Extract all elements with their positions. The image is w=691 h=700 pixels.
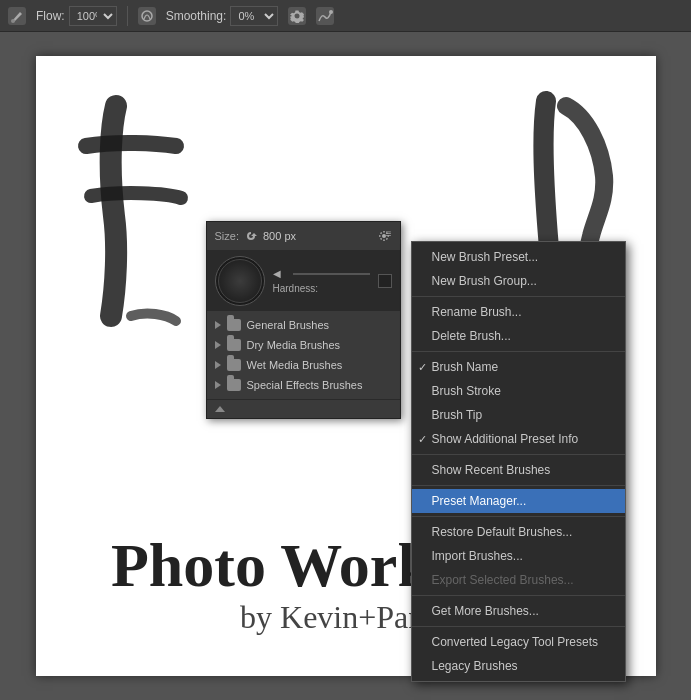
menu-item-label: Import Brushes... — [432, 549, 523, 563]
menu-export-brushes: Export Selected Brushes... — [412, 568, 625, 592]
menu-get-more[interactable]: Get More Brushes... — [412, 599, 625, 623]
flow-select[interactable]: 100% — [69, 6, 117, 26]
folder-icon-2 — [227, 339, 241, 351]
folder-icon — [227, 319, 241, 331]
brush-preview-area: ◀ Hardness: — [207, 251, 400, 311]
menu-item-label: Show Recent Brushes — [432, 463, 551, 477]
brush-inner-circle — [218, 259, 262, 303]
menu-show-recent[interactable]: Show Recent Brushes — [412, 458, 625, 482]
menu-legacy-brushes[interactable]: Legacy Brushes — [412, 654, 625, 678]
brush-group-general[interactable]: General Brushes — [207, 315, 400, 335]
hardness-label: Hardness: — [273, 283, 370, 294]
brush-tool-icon[interactable] — [8, 7, 26, 25]
separator-7 — [412, 626, 625, 627]
panel-options-btn[interactable]: ≡ — [386, 228, 392, 239]
brush-list: General Brushes Dry Media Brushes Wet Me… — [207, 311, 400, 399]
folder-icon-3 — [227, 359, 241, 371]
brush-group-dry[interactable]: Dry Media Brushes — [207, 335, 400, 355]
menu-preset-manager[interactable]: Preset Manager... — [412, 489, 625, 513]
menu-item-label: Delete Brush... — [432, 329, 511, 343]
triangle-icon-2 — [215, 341, 221, 349]
menu-item-label: Restore Default Brushes... — [432, 525, 573, 539]
menu-item-label: New Brush Preset... — [432, 250, 539, 264]
separator-6 — [412, 595, 625, 596]
menu-new-brush-group[interactable]: New Brush Group... — [412, 269, 625, 293]
separator-5 — [412, 516, 625, 517]
folder-icon-4 — [227, 379, 241, 391]
menu-item-label: New Brush Group... — [432, 274, 537, 288]
separator-4 — [412, 485, 625, 486]
menu-item-label: Brush Tip — [432, 408, 483, 422]
menu-import-brushes[interactable]: Import Brushes... — [412, 544, 625, 568]
menu-brush-name[interactable]: ✓ Brush Name — [412, 355, 625, 379]
triangle-icon-4 — [215, 381, 221, 389]
triangle-icon — [215, 321, 221, 329]
smoothing-control: Smoothing: 0% — [166, 6, 279, 26]
scroll-up-icon[interactable] — [215, 406, 225, 412]
svg-point-1 — [142, 11, 152, 21]
brush-panel-bottom — [207, 399, 400, 418]
menu-brush-stroke[interactable]: Brush Stroke — [412, 379, 625, 403]
separator-1 — [412, 296, 625, 297]
smoothing-select[interactable]: 0% — [230, 6, 278, 26]
menu-brush-tip[interactable]: Brush Tip — [412, 403, 625, 427]
panel-icons — [378, 274, 392, 288]
hardness-section: ◀ Hardness: — [273, 268, 370, 294]
separator-2 — [412, 351, 625, 352]
menu-new-brush-preset[interactable]: New Brush Preset... — [412, 245, 625, 269]
brush-settings-icon[interactable] — [138, 7, 156, 25]
context-menu: New Brush Preset... New Brush Group... R… — [411, 241, 626, 682]
menu-delete-brush[interactable]: Delete Brush... — [412, 324, 625, 348]
menu-item-label: Legacy Brushes — [432, 659, 518, 673]
panel-icon-1[interactable] — [378, 274, 392, 288]
brush-group-special-label: Special Effects Brushes — [247, 379, 363, 391]
toolbar-divider-1 — [127, 6, 128, 26]
svg-point-2 — [329, 10, 333, 14]
menu-item-label: Export Selected Brushes... — [432, 573, 574, 587]
menu-item-label: Show Additional Preset Info — [432, 432, 579, 446]
reset-size-icon[interactable] — [245, 230, 257, 242]
menu-item-label: Get More Brushes... — [432, 604, 539, 618]
brush-group-wet[interactable]: Wet Media Brushes — [207, 355, 400, 375]
menu-show-additional[interactable]: ✓ Show Additional Preset Info — [412, 427, 625, 451]
top-toolbar: Flow: 100% Smoothing: 0% — [0, 0, 691, 32]
check-icon-2: ✓ — [418, 433, 427, 446]
menu-item-label: Brush Name — [432, 360, 499, 374]
brush-circle-preview — [215, 256, 265, 306]
menu-item-label: Rename Brush... — [432, 305, 522, 319]
smoothing-label: Smoothing: — [166, 9, 227, 23]
brush-group-special[interactable]: Special Effects Brushes — [207, 375, 400, 395]
svg-point-0 — [11, 19, 15, 23]
menu-item-label: Preset Manager... — [432, 494, 527, 508]
white-canvas[interactable]: Photo Workshops by Kevin+Pansa Size: 800… — [36, 56, 656, 676]
brush-panel: Size: 800 px ≡ — [206, 221, 401, 419]
menu-item-label: Converted Legacy Tool Presets — [432, 635, 599, 649]
flow-control: Flow: 100% — [36, 6, 117, 26]
size-value: 800 px — [263, 230, 296, 242]
triangle-icon-3 — [215, 361, 221, 369]
brush-group-wet-label: Wet Media Brushes — [247, 359, 343, 371]
pressure-icon[interactable] — [316, 7, 334, 25]
menu-converted-legacy[interactable]: Converted Legacy Tool Presets — [412, 630, 625, 654]
separator-3 — [412, 454, 625, 455]
gear-settings-icon[interactable] — [288, 7, 306, 25]
menu-rename-brush[interactable]: Rename Brush... — [412, 300, 625, 324]
menu-restore-defaults[interactable]: Restore Default Brushes... — [412, 520, 625, 544]
brush-group-label: General Brushes — [247, 319, 330, 331]
menu-item-label: Brush Stroke — [432, 384, 501, 398]
flow-label: Flow: — [36, 9, 65, 23]
brush-group-dry-label: Dry Media Brushes — [247, 339, 341, 351]
brush-panel-header: Size: 800 px ≡ — [207, 222, 400, 251]
check-icon: ✓ — [418, 361, 427, 374]
canvas-area: Photo Workshops by Kevin+Pansa Size: 800… — [0, 32, 691, 700]
size-label: Size: — [215, 230, 239, 242]
